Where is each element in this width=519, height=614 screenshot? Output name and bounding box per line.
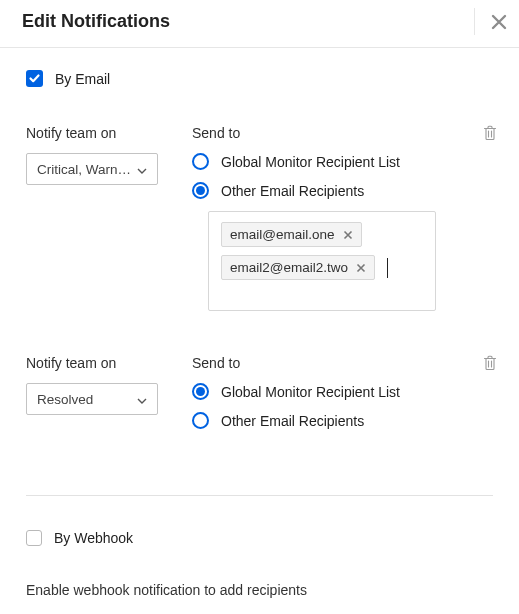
radio-icon bbox=[192, 383, 209, 400]
send-to-label: Send to bbox=[192, 355, 493, 371]
by-webhook-checkbox[interactable] bbox=[26, 530, 42, 546]
dialog-title: Edit Notifications bbox=[22, 11, 170, 32]
radio-icon bbox=[192, 153, 209, 170]
by-email-label: By Email bbox=[55, 71, 110, 87]
notification-block-1: Notify team on Critical, Warn… Send to G… bbox=[26, 125, 493, 311]
remove-chip-icon[interactable] bbox=[343, 230, 353, 240]
select-value: Resolved bbox=[37, 392, 93, 407]
by-webhook-label: By Webhook bbox=[54, 530, 133, 546]
radio-global-list[interactable]: Global Monitor Recipient List bbox=[192, 153, 493, 170]
email-chip-text: email@email.one bbox=[230, 227, 335, 242]
email-chip-text: email2@email2.two bbox=[230, 260, 348, 275]
notify-team-label: Notify team on bbox=[26, 125, 192, 141]
notify-team-select[interactable]: Resolved bbox=[26, 383, 158, 415]
radio-label: Other Email Recipients bbox=[221, 413, 364, 429]
notification-block-2: Notify team on Resolved Send to Global M… bbox=[26, 355, 493, 441]
radio-label: Other Email Recipients bbox=[221, 183, 364, 199]
delete-icon[interactable] bbox=[483, 125, 497, 141]
email-chip: email@email.one bbox=[221, 222, 362, 247]
chevron-down-icon bbox=[137, 162, 147, 177]
dialog-header: Edit Notifications bbox=[0, 0, 519, 48]
dialog-content: By Email Notify team on Critical, Warn… … bbox=[0, 48, 519, 598]
radio-icon bbox=[192, 412, 209, 429]
send-to-label: Send to bbox=[192, 125, 493, 141]
by-webhook-row: By Webhook bbox=[26, 530, 493, 546]
select-value: Critical, Warn… bbox=[37, 162, 131, 177]
section-divider bbox=[26, 495, 493, 496]
webhook-hint: Enable webhook notification to add recip… bbox=[26, 582, 493, 598]
by-email-row: By Email bbox=[26, 70, 493, 87]
chevron-down-icon bbox=[137, 392, 147, 407]
radio-icon bbox=[192, 182, 209, 199]
notify-team-select[interactable]: Critical, Warn… bbox=[26, 153, 158, 185]
delete-icon[interactable] bbox=[483, 355, 497, 371]
radio-label: Global Monitor Recipient List bbox=[221, 384, 400, 400]
radio-other-recipients[interactable]: Other Email Recipients bbox=[192, 182, 493, 199]
close-icon[interactable] bbox=[474, 8, 509, 35]
remove-chip-icon[interactable] bbox=[356, 263, 366, 273]
emails-input-box[interactable]: email@email.one email2@email2.two bbox=[208, 211, 436, 311]
email-chip: email2@email2.two bbox=[221, 255, 375, 280]
radio-global-list[interactable]: Global Monitor Recipient List bbox=[192, 383, 493, 400]
radio-label: Global Monitor Recipient List bbox=[221, 154, 400, 170]
by-email-checkbox[interactable] bbox=[26, 70, 43, 87]
text-cursor bbox=[387, 258, 388, 278]
radio-other-recipients[interactable]: Other Email Recipients bbox=[192, 412, 493, 429]
notify-team-label: Notify team on bbox=[26, 355, 192, 371]
